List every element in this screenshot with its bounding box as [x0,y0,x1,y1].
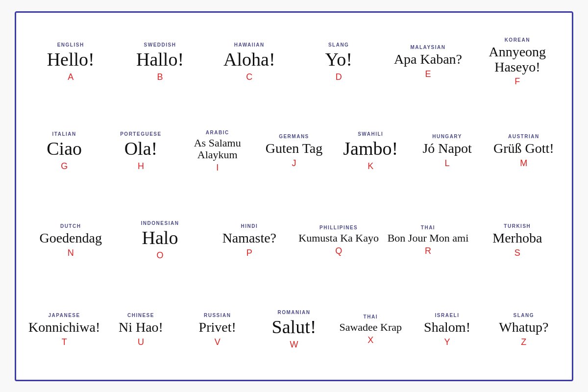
row-3: JAPANESEKonnichiwa!TCHINESENi Hao!URUSSI… [26,285,562,374]
greeting-text: Annyeong Haseyo! [473,45,562,75]
letter-label: H [138,161,144,172]
letter-label: F [514,76,520,87]
greeting-text: Sawadee Krap [339,321,402,333]
lang-label: ISRAELI [435,313,460,318]
greeting-text: Hallo! [136,49,184,70]
greeting-text: As Salamu Alaykum [179,137,256,161]
greeting-text: Jambo! [343,139,398,159]
lang-label: PHILLIPINES [319,225,358,230]
lang-label: PORTEGUESE [120,131,161,137]
letter-label: B [157,72,163,82]
cell-1-5: HUNGARYJó NapotL [409,133,485,170]
cell-3-4: THAISawadee KrapX [332,313,409,346]
greeting-text: Konnichiwa! [28,320,100,335]
row-0: ENGLISHHello!ASWEDDISHHallo!BHAWAIIANAlo… [26,18,562,107]
main-frame: ENGLISHHello!ASWEDDISHHallo!BHAWAIIANAlo… [15,11,573,381]
lang-label: THAI [421,225,435,230]
lang-label: JAPANESE [49,313,80,318]
greeting-text: Halo [142,228,178,248]
letter-label: P [246,248,252,258]
letter-label: J [292,158,296,169]
cell-3-1: CHINESENi Hao!U [102,312,179,348]
letter-label: X [368,335,373,345]
cell-3-6: SLANGWhatup?Z [486,312,562,348]
greeting-text: Whatup? [499,320,548,335]
cell-0-5: KOREANAnnyeong Haseyo!F [473,36,562,88]
lang-label: HAWAIIAN [234,42,265,48]
greeting-text: Namaste? [222,231,276,246]
lang-label: SLANG [328,42,349,48]
letter-label: G [61,161,68,172]
letter-label: M [520,158,527,169]
cell-3-3: ROMANIANSalut!W [256,309,332,351]
cell-0-2: HAWAIIANAloha!C [205,41,294,83]
greeting-text: Ciao [47,139,82,159]
letter-label: T [62,337,67,347]
letter-label: I [216,163,219,173]
letter-label: Z [521,337,526,347]
cell-0-1: SWEDDISHHallo!B [115,41,204,83]
letter-label: O [156,250,163,261]
lang-label: SWEDDISH [144,42,176,48]
lang-label: SWAHILI [358,131,383,137]
lang-label: HUNGARY [432,134,462,139]
letter-label: S [514,248,520,258]
row-1: ITALIANCiaoGPORTEGUESEOla!HARABICAs Sala… [26,107,562,196]
lang-label: SLANG [514,313,535,318]
cell-2-4: THAIBon Jour Mon amiR [383,224,472,257]
letter-label: A [68,72,74,82]
letter-label: Y [444,337,450,347]
row-2: DUTCHGoedendagNINDONESIANHaloOHINDINamas… [26,196,562,285]
lang-label: KOREAN [505,37,530,43]
cell-2-0: DUTCHGoedendagN [26,222,115,259]
cell-0-4: MALAYSIANApa Kaban?E [383,44,472,80]
letter-label: R [425,246,431,256]
letter-label: L [445,158,450,169]
letter-label: D [336,72,342,82]
greeting-text: Ola! [124,139,158,159]
letter-label: E [425,69,431,79]
cell-2-3: PHILLIPINESKumusta Ka KayoQ [294,224,383,257]
letter-label: U [138,337,144,347]
lang-label: RUSSIAN [204,313,231,318]
greeting-text: Merhoba [492,231,542,246]
cell-1-6: AUSTRIANGrüß Gott!M [486,133,562,170]
greeting-text: Aloha! [223,49,275,70]
cell-2-1: INDONESIANHaloO [115,220,204,262]
lang-label: MALAYSIAN [410,45,445,50]
greeting-text: Hello! [47,49,95,70]
cell-3-0: JAPANESEKonnichiwa!T [26,312,102,348]
cell-2-5: TURKISHMerhobaS [473,222,562,259]
lang-label: AUSTRIAN [508,134,539,139]
lang-label: CHINESE [127,313,154,318]
cell-1-1: PORTEGUESEOla!H [102,130,179,172]
letter-label: W [290,340,298,350]
lang-label: ITALIAN [52,131,76,137]
lang-label: TURKISH [504,223,531,229]
lang-label: THAI [364,314,378,319]
cell-0-0: ENGLISHHello!A [26,41,115,83]
greeting-text: Salut! [272,317,317,338]
lang-label: ENGLISH [57,42,84,48]
lang-label: HINDI [241,223,258,229]
greeting-text: Apa Kaban? [394,52,462,67]
cell-1-0: ITALIANCiaoG [26,130,102,172]
lang-label: DUTCH [60,223,81,229]
cell-3-5: ISRAELIShalom!Y [409,312,485,348]
lang-label: INDONESIAN [141,220,179,226]
letter-label: V [215,337,220,347]
lang-label: GERMANS [279,134,309,139]
greeting-text: Privet! [199,320,236,335]
letter-label: K [368,161,373,172]
cell-0-3: SLANGYo!D [294,41,383,83]
cell-2-2: HINDINamaste?P [205,222,294,259]
greeting-text: Jó Napot [422,141,471,156]
lang-label: ARABIC [206,130,229,135]
cell-1-3: GERMANSGuten TagJ [256,133,332,170]
letter-label: N [68,248,74,258]
letter-label: C [246,72,252,82]
cell-1-4: SWAHILIJambo!K [332,130,409,172]
greeting-text: Grüß Gott! [493,141,554,156]
greeting-text: Yo! [325,49,352,70]
greeting-text: Bon Jour Mon ami [388,232,469,244]
